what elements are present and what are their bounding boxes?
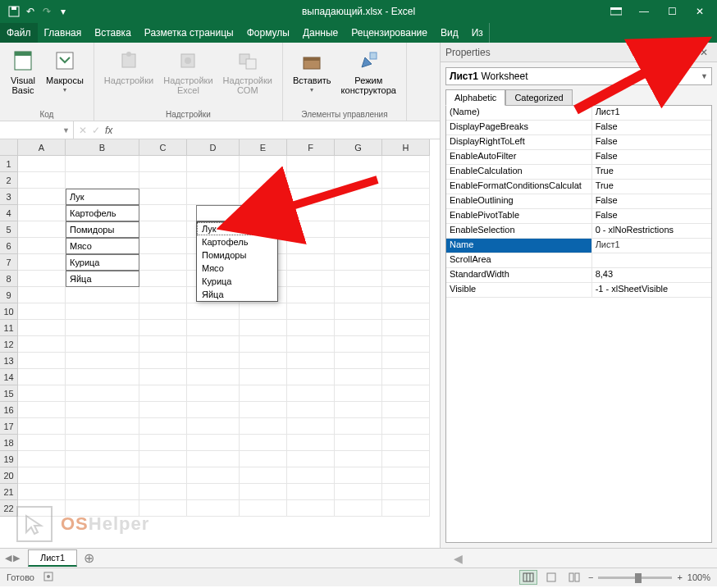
cell[interactable] [66, 385, 139, 402]
cell[interactable] [382, 172, 430, 189]
qat-dropdown-icon[interactable]: ▾ [56, 4, 71, 19]
cell[interactable] [382, 467, 430, 484]
cell[interactable] [335, 467, 382, 484]
row-header[interactable]: 19 [0, 451, 18, 467]
cell[interactable] [139, 221, 187, 238]
row-header[interactable]: 22 [0, 500, 18, 517]
cell[interactable] [139, 205, 187, 221]
cell[interactable] [187, 156, 240, 172]
cell[interactable] [18, 500, 66, 517]
cell[interactable] [18, 385, 66, 402]
cell[interactable] [335, 451, 382, 467]
cell[interactable] [187, 484, 240, 500]
property-row[interactable]: EnableCalculationTrue [446, 165, 711, 180]
row-header[interactable]: 8 [0, 271, 18, 287]
column-header[interactable]: H [382, 139, 430, 156]
cell[interactable] [382, 303, 430, 320]
excel-addins-button[interactable]: Надстройки Excel [160, 46, 216, 97]
cell[interactable] [382, 385, 430, 402]
cell[interactable] [382, 254, 430, 271]
normal-view-button[interactable] [519, 570, 537, 585]
cell[interactable] [287, 385, 335, 402]
cell[interactable] [287, 238, 335, 254]
cell[interactable] [287, 254, 335, 271]
cell[interactable] [187, 402, 240, 418]
cell[interactable] [240, 451, 287, 467]
row-header[interactable]: 18 [0, 435, 18, 451]
cell[interactable] [335, 385, 382, 402]
minimize-button[interactable]: — [632, 2, 656, 21]
column-header[interactable]: A [18, 139, 66, 156]
property-row[interactable]: EnableAutoFilterFalse [446, 150, 711, 165]
column-header[interactable]: F [287, 139, 335, 156]
zoom-in-button[interactable]: + [677, 572, 682, 582]
cell[interactable] [66, 303, 139, 320]
cell[interactable] [240, 156, 287, 172]
cell[interactable] [139, 271, 187, 287]
cell[interactable] [187, 467, 240, 484]
menu-insert[interactable]: Вставка [88, 23, 138, 43]
cell[interactable] [66, 369, 139, 385]
cell[interactable] [66, 336, 139, 353]
cell[interactable] [287, 320, 335, 336]
cell[interactable] [187, 500, 240, 517]
combobox-dropdown-list[interactable]: ЛукКартофельПомидорыМясоКурицаЯйца [196, 221, 278, 302]
cell[interactable] [18, 402, 66, 418]
cell[interactable] [382, 156, 430, 172]
properties-grid[interactable]: (Name)Лист1DisplayPageBreaksFalseDisplay… [445, 105, 712, 543]
cell[interactable] [187, 435, 240, 451]
cell[interactable] [382, 402, 430, 418]
menu-home[interactable]: Главная [38, 23, 89, 43]
cell[interactable] [139, 287, 187, 303]
cell[interactable] [287, 451, 335, 467]
property-value[interactable]: Лист1 [592, 106, 711, 120]
property-row[interactable]: ScrollArea [446, 253, 711, 268]
property-value[interactable]: -1 - xlSheetVisible [592, 283, 711, 297]
cell[interactable] [382, 320, 430, 336]
cell[interactable] [18, 484, 66, 500]
data-cell[interactable]: Мясо [66, 238, 139, 254]
cell[interactable] [139, 402, 187, 418]
menu-file[interactable]: Файл [0, 23, 38, 43]
cell[interactable] [66, 484, 139, 500]
cell[interactable] [382, 336, 430, 353]
cell[interactable] [18, 320, 66, 336]
property-row[interactable]: EnableFormatConditionsCalculatTrue [446, 180, 711, 194]
cell[interactable] [18, 156, 66, 172]
cell[interactable] [18, 336, 66, 353]
cell[interactable] [18, 435, 66, 451]
row-header[interactable]: 10 [0, 303, 18, 320]
data-cell[interactable]: Картофель [66, 205, 139, 221]
design-mode-button[interactable]: Режим конструктора [338, 46, 400, 97]
macros-button[interactable]: Макросы ▾ [43, 46, 87, 97]
cell[interactable] [287, 435, 335, 451]
cell[interactable] [382, 205, 430, 221]
cell[interactable] [335, 418, 382, 435]
property-row[interactable]: EnableSelection0 - xlNoRestrictions [446, 224, 711, 239]
cell[interactable] [66, 435, 139, 451]
cell[interactable] [240, 189, 287, 205]
cell[interactable] [66, 467, 139, 484]
cell[interactable] [382, 287, 430, 303]
cell[interactable] [187, 172, 240, 189]
property-value[interactable]: False [592, 150, 711, 164]
tab-split-arrow-icon[interactable]: ◀ [454, 552, 717, 565]
cell[interactable] [335, 435, 382, 451]
cell[interactable] [18, 221, 66, 238]
zoom-slider[interactable] [598, 577, 672, 579]
cell[interactable] [139, 238, 187, 254]
data-cell[interactable]: Лук [66, 189, 139, 205]
cell[interactable] [382, 484, 430, 500]
dropdown-arrow-icon[interactable]: ▾ [251, 206, 266, 221]
property-value[interactable]: False [592, 121, 711, 134]
cell[interactable] [240, 435, 287, 451]
cell[interactable] [66, 402, 139, 418]
cell[interactable] [335, 303, 382, 320]
cell[interactable] [18, 254, 66, 271]
cell[interactable] [66, 172, 139, 189]
cell[interactable] [66, 320, 139, 336]
cell[interactable] [66, 418, 139, 435]
cell[interactable] [335, 353, 382, 369]
cell[interactable] [335, 271, 382, 287]
cell[interactable] [287, 271, 335, 287]
